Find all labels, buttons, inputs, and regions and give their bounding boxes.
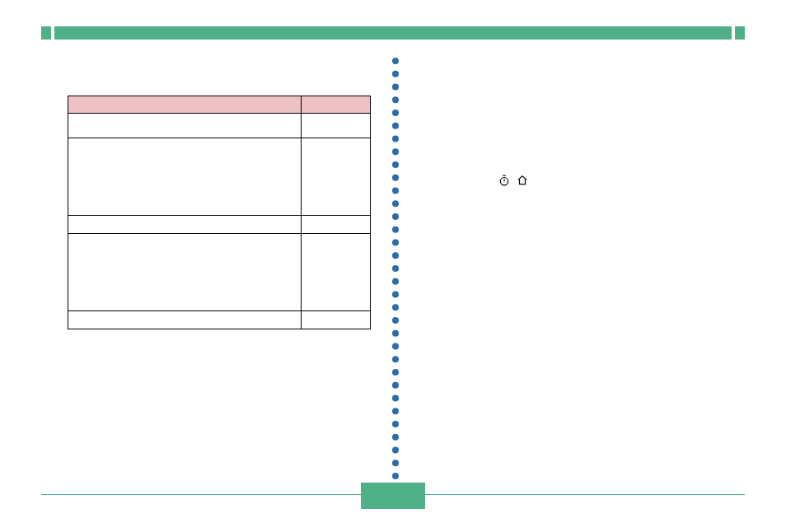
table-row (68, 216, 371, 234)
table-cell (301, 114, 370, 138)
home-icon (517, 175, 528, 188)
table-cell (68, 138, 302, 216)
table-header-row (68, 96, 371, 114)
column-divider (392, 58, 399, 492)
header-cap-left (41, 26, 51, 40)
table-row (68, 234, 371, 311)
table-cell (68, 311, 302, 329)
table-row (68, 311, 371, 329)
page (0, 0, 786, 532)
meta-icon-row (498, 175, 528, 188)
table-row (68, 114, 371, 138)
header-bar (41, 26, 745, 40)
table-cell (301, 234, 370, 311)
header-cap-right (735, 26, 745, 40)
page-number-tab (361, 483, 425, 509)
table-cell (301, 138, 370, 216)
header-bar-mid (54, 26, 732, 40)
nutrition-table (68, 96, 371, 329)
table-cell (301, 216, 370, 234)
table-cell (68, 234, 302, 311)
table-header-1 (68, 96, 302, 114)
table-cell (301, 311, 370, 329)
table-header-2 (301, 96, 370, 114)
table-cell (68, 216, 302, 234)
table-cell (68, 114, 302, 138)
table-row (68, 138, 371, 216)
timer-icon (498, 175, 510, 188)
